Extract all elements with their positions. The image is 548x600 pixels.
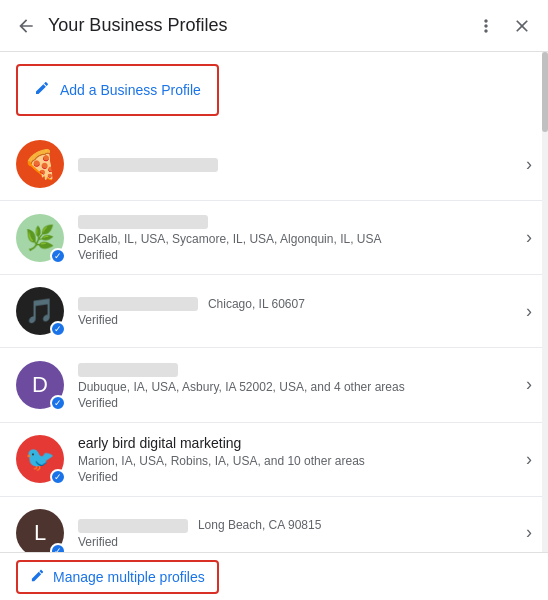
avatar: L ✓ — [16, 509, 64, 552]
chevron-right-icon: › — [526, 227, 532, 248]
avatar: 🌿 ✓ — [16, 214, 64, 262]
profile-name — [78, 213, 518, 229]
chevron-right-icon: › — [526, 154, 532, 175]
profile-info: early bird digital marketing Marion, IA,… — [78, 435, 518, 484]
verified-badge: ✓ — [50, 248, 66, 264]
verified-badge: ✓ — [50, 321, 66, 337]
scrollbar-track — [542, 52, 548, 552]
profile-info: Dubuque, IA, USA, Asbury, IA 52002, USA,… — [78, 360, 518, 409]
blurred-name — [78, 215, 208, 229]
profile-name: early bird digital marketing — [78, 435, 518, 451]
manage-multiple-profiles-button[interactable]: Manage multiple profiles — [16, 560, 219, 594]
scrollbar-thumb[interactable] — [542, 52, 548, 132]
verified-badge: ✓ — [50, 469, 66, 485]
blurred-name — [78, 519, 188, 533]
avatar: 🎵 ✓ — [16, 287, 64, 335]
chevron-right-icon: › — [526, 301, 532, 322]
profile-name: Chicago, IL 60607 — [78, 295, 518, 311]
profile-list-container: Add a Business Profile 🍕 › 🌿 ✓ — [0, 52, 548, 552]
profile-info: Chicago, IL 60607 Verified — [78, 295, 518, 327]
chevron-right-icon: › — [526, 449, 532, 470]
add-business-profile-button[interactable]: Add a Business Profile — [16, 64, 219, 116]
verified-text: Verified — [78, 248, 518, 262]
verified-text: Verified — [78, 396, 518, 410]
profile-details: Dubuque, IA, USA, Asbury, IA 52002, USA,… — [78, 380, 518, 394]
chevron-right-icon: › — [526, 374, 532, 395]
list-item[interactable]: 🎵 ✓ Chicago, IL 60607 Verified › — [0, 275, 548, 348]
avatar: 🐦 ✓ — [16, 435, 64, 483]
profile-name — [78, 360, 518, 376]
blurred-name — [78, 297, 198, 311]
list-item[interactable]: 🐦 ✓ early bird digital marketing Marion,… — [0, 423, 548, 497]
avatar: 🍕 — [16, 140, 64, 188]
verified-text: Verified — [78, 470, 518, 484]
avatar: D ✓ — [16, 361, 64, 409]
manage-label: Manage multiple profiles — [53, 569, 205, 585]
header: Your Business Profiles — [0, 0, 548, 52]
more-options-button[interactable] — [476, 16, 496, 36]
profile-details: Marion, IA, USA, Robins, IA, USA, and 10… — [78, 454, 518, 468]
page-title: Your Business Profiles — [48, 15, 476, 36]
profile-info: Long Beach, CA 90815 Verified — [78, 516, 518, 548]
verified-badge: ✓ — [50, 543, 66, 552]
profile-name — [78, 156, 518, 172]
footer: Manage multiple profiles — [0, 552, 548, 600]
close-button[interactable] — [512, 16, 532, 36]
header-actions — [476, 16, 532, 36]
back-button[interactable] — [16, 16, 36, 36]
verified-badge: ✓ — [50, 395, 66, 411]
blurred-name — [78, 363, 178, 377]
verified-text: Verified — [78, 535, 518, 549]
list-item[interactable]: D ✓ Dubuque, IA, USA, Asbury, IA 52002, … — [0, 348, 548, 422]
profile-info — [78, 156, 518, 172]
verified-text: Verified — [78, 313, 518, 327]
add-profile-icon — [34, 80, 50, 100]
list-item[interactable]: L ✓ Long Beach, CA 90815 Verified › — [0, 497, 548, 552]
blurred-name — [78, 158, 218, 172]
profile-details: DeKalb, IL, USA, Sycamore, IL, USA, Algo… — [78, 232, 518, 246]
add-profile-label: Add a Business Profile — [60, 82, 201, 98]
chevron-right-icon: › — [526, 522, 532, 543]
list-item[interactable]: 🍕 › — [0, 128, 548, 201]
profile-name: Long Beach, CA 90815 — [78, 516, 518, 532]
profile-info: DeKalb, IL, USA, Sycamore, IL, USA, Algo… — [78, 213, 518, 262]
profile-list: 🍕 › 🌿 ✓ DeKalb, IL, USA, Sycamore, IL, U… — [0, 128, 548, 552]
list-item[interactable]: 🌿 ✓ DeKalb, IL, USA, Sycamore, IL, USA, … — [0, 201, 548, 275]
manage-icon — [30, 568, 45, 586]
